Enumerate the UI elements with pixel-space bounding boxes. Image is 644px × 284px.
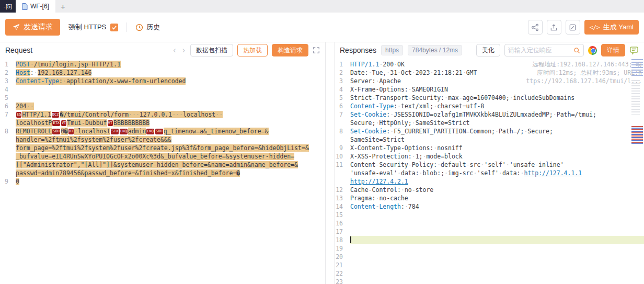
response-header-actions: 美化 详情: [476, 44, 639, 56]
code-content: Content-Security-Policy:·default-src·'se…: [350, 161, 644, 186]
build-request-button[interactable]: 构造请求: [272, 44, 308, 56]
details-button[interactable]: 详情: [601, 44, 625, 56]
response-panel: Responses https 784bytes / 12ms 美化 详情: [334, 42, 644, 284]
code-line[interactable]: 21: [335, 261, 644, 269]
code-line[interactable]: 13Pragma:·no-cache: [335, 194, 644, 202]
code-line[interactable]: 90: [0, 177, 325, 186]
code-line[interactable]: 19: [335, 244, 644, 253]
code-content: 204··: [16, 102, 325, 110]
line-number: 4: [0, 85, 16, 94]
edit-button[interactable]: [566, 20, 580, 35]
code-line[interactable]: 4X-Frame-Options:·SAMEORIGIN: [335, 85, 644, 94]
response-title: Responses: [340, 46, 376, 54]
code-content: [350, 228, 644, 236]
add-tab-button[interactable]: +: [55, 0, 71, 13]
message-button[interactable]: [629, 46, 639, 55]
code-line[interactable]: 22: [335, 269, 644, 278]
packet-scan-button[interactable]: 数据包扫描: [190, 44, 233, 56]
code-line[interactable]: 2Host:·192.168.127.146: [0, 69, 325, 77]
message-icon: [629, 46, 639, 55]
code-line[interactable]: 10X-XSS-Protection:·1;·mode=block: [335, 152, 644, 161]
line-number: 17: [335, 228, 350, 236]
code-line[interactable]: 14Content-Length:·784: [335, 202, 644, 211]
next-request-button[interactable]: ›: [181, 46, 186, 54]
search-input[interactable]: [508, 47, 571, 54]
generate-yaml-button[interactable]: </> 生成 Yaml: [584, 20, 639, 35]
code-content: ESHTTP/1.1DC2�/tmui/Control/form···127.0…: [16, 110, 325, 127]
code-content: [350, 244, 644, 253]
line-number: 20: [335, 253, 350, 261]
line-number: 9: [0, 177, 16, 186]
code-content: [350, 269, 644, 278]
control-char-badge: VT: [68, 129, 74, 134]
request-header: Request ‹ › 数据包扫描 热加载 构造请求: [0, 42, 325, 58]
overflow-tab[interactable]: -[5]: [0, 0, 16, 13]
tab-wf[interactable]: WF-[6]: [16, 0, 55, 13]
line-number: 9: [335, 144, 350, 152]
code-content: Server:·Apache: [350, 77, 644, 85]
request-panel: Request ‹ › 数据包扫描 热加载 构造请求 1POST·/tmui/l…: [0, 42, 326, 284]
code-line[interactable]: 3Server:·Apachettps://192.168.127.146/tm…: [335, 77, 644, 85]
code-content: 0: [16, 177, 325, 186]
code-content: HTTP/1.1·200·OK: [350, 60, 644, 69]
prev-request-button[interactable]: ‹: [172, 46, 177, 54]
code-line[interactable]: 8Set-Cookie:·F5_CURRENT_PARTITION=Common…: [335, 127, 644, 144]
code-line[interactable]: 9X-Content-Type-Options:·nosniff: [335, 144, 644, 152]
fullscreen-button[interactable]: [313, 47, 320, 54]
code-line[interactable]: 2Date:·Tue,·31·Oct·2023·21:18:21·GMT应时间:…: [335, 69, 644, 77]
code-line[interactable]: 4: [0, 85, 325, 94]
control-char-badge: ES: [16, 112, 21, 118]
panels-container: Request ‹ › 数据包扫描 热加载 构造请求 1POST·/tmui/l…: [0, 42, 644, 284]
code-line[interactable]: 11Content-Security-Policy:·default-src·'…: [335, 161, 644, 186]
search-icon: [573, 47, 580, 54]
line-number: 14: [335, 202, 350, 211]
line-number: 8: [335, 127, 350, 144]
request-editor[interactable]: 1POST·/tmui/login.jsp·HTTP/1.12Host:·192…: [0, 58, 325, 284]
code-content: X-XSS-Protection:·1;·mode=block: [350, 152, 644, 161]
code-line[interactable]: 3Content-Type:·application/x-www-form-ur…: [0, 77, 325, 85]
code-line[interactable]: 6Content-Type:·text/xml;·charset=utf-8: [335, 102, 644, 110]
code-line[interactable]: 5Strict-Transport-Security:·max-age=1607…: [335, 94, 644, 102]
line-number: 10: [335, 152, 350, 161]
code-line[interactable]: 8REMOTEROLESOH0�VT·localhostSTXENQadminE…: [0, 127, 325, 177]
code-line[interactable]: 23: [335, 278, 644, 284]
code-line[interactable]: 17: [335, 228, 644, 236]
code-line[interactable]: 7ESHTTP/1.1DC2�/tmui/Control/form···127.…: [0, 110, 325, 127]
history-button[interactable]: 历史: [135, 22, 160, 32]
share-button[interactable]: [528, 20, 543, 35]
hot-reload-button[interactable]: 热加载: [237, 44, 268, 56]
protocol-tag: https: [381, 45, 403, 55]
send-request-label: 发送请求: [24, 22, 53, 32]
code-line[interactable]: 20: [335, 253, 644, 261]
control-char-badge: VT: [108, 120, 113, 126]
beautify-button[interactable]: 美化: [476, 44, 500, 56]
chrome-icon[interactable]: [588, 46, 597, 55]
code-line[interactable]: 1POST·/tmui/login.jsp·HTTP/1.1: [0, 60, 325, 69]
export-icon: [550, 24, 558, 31]
line-number: 22: [335, 269, 350, 278]
code-content: [350, 278, 644, 284]
force-https-checkbox[interactable]: [110, 24, 118, 31]
code-line[interactable]: 16: [335, 219, 644, 228]
send-request-button[interactable]: 发送请求: [5, 19, 60, 36]
code-line[interactable]: 5: [0, 94, 325, 102]
code-line[interactable]: 15: [335, 211, 644, 219]
panel-splitter[interactable]: [326, 42, 334, 284]
response-editor[interactable]: 1HTTP/1.1·200·OK远程地址:192.168.127.146:443…: [335, 58, 644, 284]
code-content: Content-Type:·text/xml;·charset=utf-8: [350, 102, 644, 110]
code-line[interactable]: 7Set-Cookie:·JSESSIONID=ozlafg1mTMVKXkbk…: [335, 110, 644, 127]
code-line[interactable]: 12Cache-Control:·no-store: [335, 186, 644, 194]
line-number: 8: [0, 127, 16, 177]
code-content: Content-Length:·784: [350, 202, 644, 211]
search-button[interactable]: [573, 47, 580, 54]
code-line[interactable]: 6204··: [0, 102, 325, 110]
size-time-tag: 784bytes / 12ms: [408, 45, 462, 55]
line-number: 5: [0, 94, 16, 102]
line-number: 6: [335, 102, 350, 110]
control-char-badge: STX: [111, 129, 119, 134]
code-content: X-Frame-Options:·SAMEORIGIN: [350, 85, 644, 94]
export-button[interactable]: [547, 20, 561, 35]
edit-icon: [569, 24, 577, 31]
code-line[interactable]: 18: [335, 236, 644, 244]
code-line[interactable]: 1HTTP/1.1·200·OK远程地址:192.168.127.146:443…: [335, 60, 644, 69]
